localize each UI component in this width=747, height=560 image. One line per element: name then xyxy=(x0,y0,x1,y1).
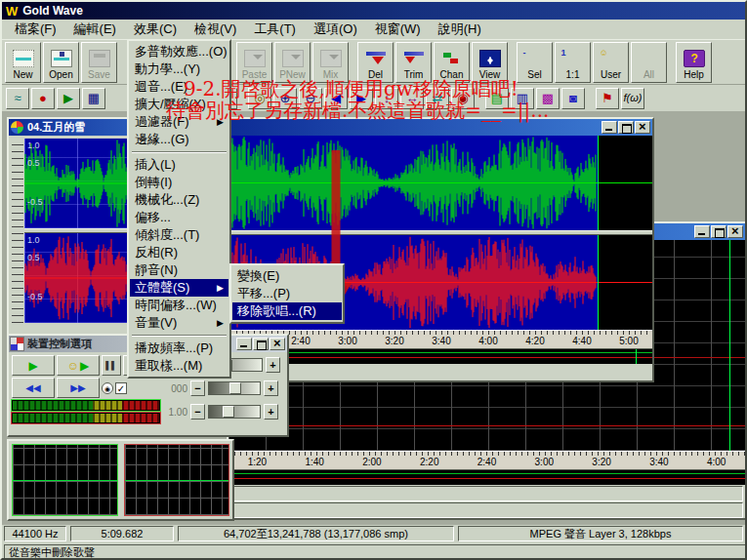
pan-left-button[interactable]: ◀ xyxy=(324,88,348,109)
effect-menu-item[interactable]: 立體聲(S) ▶ xyxy=(130,279,228,297)
paste-button[interactable]: Paste xyxy=(236,42,272,83)
effect-menu-item[interactable] xyxy=(132,335,227,337)
new-button[interactable]: New xyxy=(5,42,41,83)
effect-menu-item[interactable]: 動力學...(Y) xyxy=(130,60,228,78)
balance-minus-button[interactable]: − xyxy=(190,380,205,396)
preset-green-button[interactable]: ▤ xyxy=(485,88,509,109)
view-button[interactable]: View xyxy=(472,42,508,83)
submenu-item[interactable]: 變換(E) xyxy=(232,267,342,285)
rewind-button[interactable]: ◀◀ xyxy=(12,378,55,398)
preset-blue-button[interactable]: ▥ xyxy=(511,88,534,109)
zoom-in-button[interactable]: ⊕ xyxy=(273,88,297,109)
cue-flag-button[interactable]: ⚑ xyxy=(596,88,619,109)
vertical-zoom-icon: ↕ xyxy=(384,92,391,104)
zoom-out-button[interactable]: ⊖ xyxy=(299,88,322,109)
effect-menu-item[interactable]: 插入(L) xyxy=(130,156,228,174)
play-time-button[interactable]: ◎ xyxy=(248,88,271,109)
menu-item[interactable]: 效果(C) xyxy=(125,20,186,37)
effect-menu-item[interactable]: 多普勒效應...(O) xyxy=(130,43,228,60)
effect-menu-item[interactable]: 靜音(N) xyxy=(130,261,228,279)
channel-button[interactable]: Chan xyxy=(434,42,470,83)
zoom-selection-button[interactable]: - Sel xyxy=(517,42,553,83)
amplitude-label: 1.0 xyxy=(27,235,40,245)
minimize-icon[interactable] xyxy=(694,225,710,238)
menu-item[interactable]: 檔案(F) xyxy=(6,20,65,37)
swap-channels-button[interactable]: ⇄ xyxy=(426,88,449,109)
effect-menu-item[interactable]: 傾斜度...(T) xyxy=(130,226,228,244)
effect-menu-item[interactable]: 擴大/壓縮(X) xyxy=(130,96,228,113)
title-bar[interactable]: W Gold Wave xyxy=(2,2,745,20)
minimize-icon[interactable] xyxy=(236,338,252,350)
effect-menu-item[interactable]: 倒轉(I) xyxy=(130,174,228,191)
effect-menu-item[interactable]: 偏移... xyxy=(130,209,228,226)
delete-button[interactable]: Del xyxy=(357,42,394,83)
fast-forward-button[interactable]: ▶▶ xyxy=(57,378,100,398)
overview-strip[interactable] xyxy=(228,470,745,485)
volume-plus-button[interactable]: + xyxy=(266,357,280,373)
play-all-button[interactable]: ☺▶ xyxy=(57,355,100,376)
monitor-radio[interactable]: ◉ xyxy=(102,382,113,394)
zoom-1-1-button[interactable]: 1 1:1 xyxy=(555,42,591,83)
effect-menu-item[interactable] xyxy=(132,151,227,153)
horizontal-zoom-button[interactable]: ↔ xyxy=(400,88,424,109)
record-properties-button[interactable]: ● xyxy=(31,88,55,109)
close-icon[interactable] xyxy=(727,225,743,238)
pan-right-button[interactable]: ▶ xyxy=(350,88,373,109)
menu-item[interactable]: 工具(T) xyxy=(245,20,305,37)
trim-button[interactable]: Trim xyxy=(395,42,432,83)
menu-item[interactable]: 檢視(V) xyxy=(186,20,245,37)
zoom-user-button[interactable]: ☺ User xyxy=(593,42,629,83)
speed-slider[interactable] xyxy=(208,405,261,419)
level-meter-left xyxy=(12,400,160,411)
device-properties-button[interactable]: ≈ xyxy=(6,88,29,109)
left-channel-waveform[interactable] xyxy=(230,136,652,230)
open-button[interactable]: Open xyxy=(43,42,79,83)
effect-menu-item[interactable]: 迴音...(E) xyxy=(130,78,228,96)
help-button[interactable]: Help xyxy=(676,42,712,83)
zoom-all-button[interactable]: All xyxy=(631,42,667,83)
effect-menu-item[interactable]: 機械化...(Z) xyxy=(130,191,228,209)
submenu-item[interactable]: 移除歌唱...(R) xyxy=(232,302,342,320)
menu-item[interactable]: 編輯(E) xyxy=(65,20,125,37)
window-properties-button[interactable]: ▦ xyxy=(82,88,105,109)
maximize-icon[interactable] xyxy=(711,225,726,238)
expression-button[interactable]: f(ω) xyxy=(621,88,644,109)
play-properties-button[interactable]: ▶ xyxy=(57,88,80,109)
pause-button[interactable]: ▌▌ xyxy=(102,355,121,376)
menu-item[interactable]: 視窗(W) xyxy=(366,20,430,37)
window-title-bar[interactable] xyxy=(230,119,652,136)
time-tick-label: 3:20 xyxy=(573,457,631,467)
vertical-zoom-button[interactable]: ↕ xyxy=(375,88,398,109)
effect-menu-item[interactable]: 重取樣...(M) xyxy=(130,357,228,375)
minimize-icon[interactable] xyxy=(602,121,617,134)
equalizer-button[interactable]: ◙ xyxy=(561,88,585,109)
effect-menu-item[interactable]: 過濾器(F) ▶ xyxy=(130,113,228,131)
effect-menu-item[interactable]: 邊緣...(G) xyxy=(130,131,228,148)
submenu-item[interactable]: 平移...(P) xyxy=(232,285,342,302)
effect-menu-item[interactable]: 反相(R) xyxy=(130,244,228,261)
effect-menu-item[interactable]: 播放頻率...(P) xyxy=(130,340,228,357)
mix-button[interactable]: Mix xyxy=(312,42,349,83)
effect-menu-item[interactable]: 時間偏移...(W) xyxy=(130,297,228,314)
close-icon[interactable] xyxy=(270,338,285,350)
menu-item[interactable]: 說明(H) xyxy=(430,20,490,37)
close-icon[interactable] xyxy=(635,121,650,134)
balance-slider[interactable] xyxy=(208,381,261,395)
menu-item[interactable]: 選項(O) xyxy=(305,20,366,37)
time-tick-label: 2:00 xyxy=(344,457,401,467)
effect-menu-item[interactable]: 音量(V) ▶ xyxy=(130,314,228,332)
secondary-toolbar: ≈ ● ▶ ▦ ≡ ≡ ◎ xyxy=(2,84,745,111)
save-button[interactable]: Save xyxy=(81,42,117,83)
speed-plus-button[interactable]: + xyxy=(264,404,278,420)
marker-button[interactable]: ◉ xyxy=(451,88,475,109)
monitor-checkbox[interactable]: ✓ xyxy=(115,382,127,394)
preset-multi-button[interactable]: ▩ xyxy=(536,88,560,109)
speed-minus-button[interactable]: − xyxy=(190,404,205,420)
maximize-icon[interactable] xyxy=(253,338,269,350)
time-tick-label: 2:20 xyxy=(400,457,458,467)
balance-plus-button[interactable]: + xyxy=(264,380,278,396)
play-button[interactable]: ▶ xyxy=(12,355,55,376)
maximize-icon[interactable] xyxy=(618,121,634,134)
paste-new-button[interactable]: PNew xyxy=(274,42,311,83)
overview-strip[interactable] xyxy=(230,349,652,364)
